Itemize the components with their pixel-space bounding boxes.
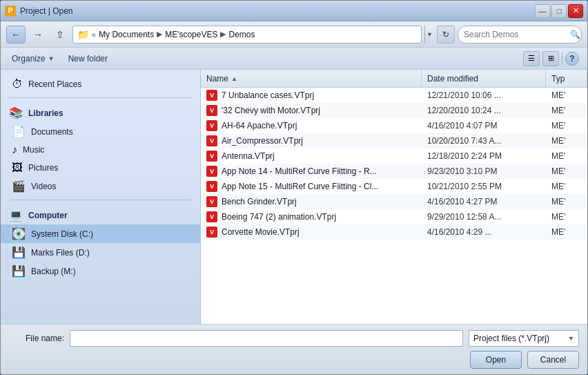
new-folder-button[interactable]: New folder bbox=[66, 52, 110, 65]
sidebar-item-m-drive[interactable]: 💾 Backup (M:) bbox=[1, 262, 200, 280]
cancel-button[interactable]: Cancel bbox=[527, 351, 579, 369]
file-date: 10/20/2010 7:43 A... bbox=[422, 136, 546, 146]
sidebar-item-pictures[interactable]: 🖼 Pictures bbox=[1, 159, 200, 177]
documents-icon: 📄 bbox=[12, 125, 26, 138]
file-name: Antenna.VTprj bbox=[222, 151, 275, 161]
file-icon: V bbox=[206, 181, 217, 192]
file-name: App Note 14 - MultiRef Curve Fiitting - … bbox=[222, 166, 377, 176]
m-drive-label: Backup (M:) bbox=[31, 267, 76, 276]
breadcrumb-sep-1: « bbox=[92, 30, 96, 39]
file-icon: V bbox=[206, 211, 217, 222]
maximize-button[interactable]: □ bbox=[551, 4, 567, 18]
sidebar-item-d-drive[interactable]: 💾 Marks Files (D:) bbox=[1, 243, 200, 262]
col-header-date[interactable]: Date modified bbox=[422, 70, 546, 87]
file-cell-name: V AH-64 Apache.VTprj bbox=[201, 120, 422, 131]
organize-arrow-icon: ▼ bbox=[48, 55, 55, 62]
sidebar-divider-1 bbox=[9, 97, 192, 98]
table-row[interactable]: V App Note 15 - MultiRef Curve Fiitting … bbox=[201, 179, 587, 194]
videos-label: Videos bbox=[31, 182, 56, 191]
view-icons-button[interactable]: ⊞ bbox=[542, 51, 559, 66]
file-date: 12/21/2010 10:06 ... bbox=[422, 90, 546, 100]
file-icon: V bbox=[206, 105, 217, 116]
help-button[interactable]: ? bbox=[565, 52, 579, 66]
new-folder-label: New folder bbox=[68, 54, 108, 64]
sidebar-item-c-drive[interactable]: 💽 System Disk (C:) bbox=[1, 224, 200, 243]
titlebar-controls: — □ ✕ bbox=[535, 4, 583, 18]
organize-button[interactable]: Organize ▼ bbox=[9, 52, 57, 65]
file-cell-name: V Boeing 747 (2) animation.VTprj bbox=[201, 211, 422, 222]
search-input[interactable] bbox=[464, 30, 567, 39]
table-row[interactable]: V Bench Grinder.VTprj 4/16/2010 4:27 PM … bbox=[201, 194, 587, 209]
file-name: '32 Chevy with Motor.VTprj bbox=[222, 106, 320, 115]
file-date: 4/16/2010 4:27 PM bbox=[422, 197, 546, 206]
table-row[interactable]: V AH-64 Apache.VTprj 4/16/2010 4:07 PM M… bbox=[201, 118, 587, 133]
view-icons: ☰ ⊞ ? bbox=[523, 51, 579, 66]
file-cell-name: V App Note 14 - MultiRef Curve Fiitting … bbox=[201, 166, 422, 177]
footer-buttons: Open Cancel bbox=[9, 351, 579, 369]
sidebar-item-recent-places[interactable]: ⏱ Recent Places bbox=[1, 75, 200, 93]
file-date: 4/16/2010 4:07 PM bbox=[422, 121, 546, 131]
pictures-icon: 🖼 bbox=[12, 162, 23, 174]
file-cell-name: V Corvette Movie.VTprj bbox=[201, 227, 422, 238]
col-header-type[interactable]: Typ bbox=[546, 70, 587, 87]
close-button[interactable]: ✕ bbox=[568, 4, 583, 18]
sidebar-libraries-group: 📚 Libraries bbox=[1, 102, 200, 122]
breadcrumb-folder-icon: 📁 bbox=[77, 29, 89, 40]
organize-label: Organize bbox=[12, 54, 46, 64]
file-icon: V bbox=[206, 135, 217, 146]
d-drive-label: Marks Files (D:) bbox=[31, 248, 90, 258]
table-row[interactable]: V Corvette Movie.VTprj 4/16/2010 4:29 ..… bbox=[201, 224, 587, 240]
file-name: Bench Grinder.VTprj bbox=[222, 197, 297, 206]
sidebar-item-documents[interactable]: 📄 Documents bbox=[1, 122, 200, 141]
breadcrumb-mydocs[interactable]: My Documents bbox=[99, 30, 154, 39]
table-row[interactable]: V '32 Chevy with Motor.VTprj 12/20/2010 … bbox=[201, 103, 587, 118]
breadcrumb-mescopeves[interactable]: ME'scopeVES bbox=[165, 30, 217, 39]
file-type-dropdown[interactable]: Project files (*.VTprj) ▼ bbox=[469, 330, 579, 347]
table-row[interactable]: V 7 Unbalance cases.VTprj 12/21/2010 10:… bbox=[201, 88, 587, 103]
breadcrumb-demos[interactable]: Demos bbox=[228, 30, 255, 39]
up-button[interactable]: ⇧ bbox=[50, 26, 70, 44]
refresh-button[interactable]: ↻ bbox=[437, 26, 455, 44]
nav-toolbar: ← → ⇧ 📁 « My Documents ▶ ME'scopeVES ▶ D… bbox=[1, 21, 587, 48]
table-row[interactable]: V App Note 14 - MultiRef Curve Fiitting … bbox=[201, 164, 587, 179]
file-type: ME' bbox=[546, 151, 587, 161]
back-button[interactable]: ← bbox=[6, 26, 26, 44]
minimize-button[interactable]: — bbox=[535, 4, 550, 18]
sidebar-item-music[interactable]: ♪ Music bbox=[1, 141, 200, 159]
content-area: ⏱ Recent Places 📚 Libraries 📄 Documents … bbox=[1, 70, 587, 324]
titlebar: P Project | Open — □ ✕ bbox=[1, 1, 587, 21]
file-type-label: Project files (*.VTprj) bbox=[473, 334, 568, 343]
videos-icon: 🎬 bbox=[12, 180, 26, 193]
breadcrumb-dropdown[interactable]: ▼ bbox=[424, 26, 434, 44]
d-drive-icon: 💾 bbox=[12, 246, 26, 259]
file-type: ME' bbox=[546, 90, 587, 100]
forward-button[interactable]: → bbox=[28, 26, 48, 44]
file-cell-name: V '32 Chevy with Motor.VTprj bbox=[201, 105, 422, 116]
file-list-body: V 7 Unbalance cases.VTprj 12/21/2010 10:… bbox=[201, 88, 587, 324]
pictures-label: Pictures bbox=[28, 163, 58, 173]
libraries-label: Libraries bbox=[28, 108, 63, 118]
file-name: App Note 15 - MultiRef Curve Fiitting - … bbox=[222, 182, 378, 191]
sidebar-item-videos[interactable]: 🎬 Videos bbox=[1, 177, 200, 195]
file-name: 7 Unbalance cases.VTprj bbox=[222, 90, 314, 100]
file-type: ME' bbox=[546, 212, 587, 222]
file-icon: V bbox=[206, 151, 217, 162]
computer-icon: 💻 bbox=[9, 209, 23, 222]
col-header-name[interactable]: Name ▲ bbox=[201, 70, 422, 87]
file-icon: V bbox=[206, 227, 217, 238]
action-toolbar: Organize ▼ New folder ☰ ⊞ ? bbox=[1, 48, 587, 70]
col-date-label: Date modified bbox=[427, 74, 478, 84]
table-row[interactable]: V Boeing 747 (2) animation.VTprj 9/29/20… bbox=[201, 209, 587, 224]
table-row[interactable]: V Air_Compressor.VTprj 10/20/2010 7:43 A… bbox=[201, 133, 587, 148]
table-row[interactable]: V Antenna.VTprj 12/18/2010 2:24 PM ME' bbox=[201, 148, 587, 164]
file-type: ME' bbox=[546, 166, 587, 176]
file-name: Air_Compressor.VTprj bbox=[222, 136, 303, 146]
file-name-input[interactable] bbox=[70, 330, 463, 347]
titlebar-left: P Project | Open bbox=[5, 6, 73, 17]
search-icon: 🔍 bbox=[570, 30, 580, 39]
file-type: ME' bbox=[546, 121, 587, 131]
open-dialog: P Project | Open — □ ✕ ← → ⇧ 📁 « My Docu… bbox=[0, 0, 588, 375]
sort-arrow-icon: ▲ bbox=[231, 75, 237, 82]
view-details-button[interactable]: ☰ bbox=[523, 51, 540, 66]
open-button[interactable]: Open bbox=[470, 351, 522, 369]
